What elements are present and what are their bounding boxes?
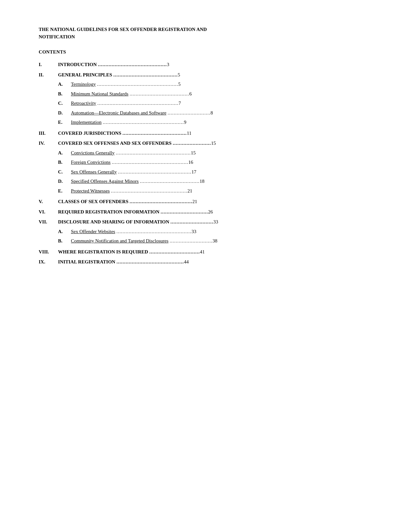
toc-number: III.: [39, 129, 58, 138]
title-line1: THE NATIONAL GUIDELINES FOR SEX OFFENDER…: [39, 27, 207, 32]
toc-sub-table: A.Terminology ..........................…: [58, 80, 372, 127]
toc-main-line: REQUIRED REGISTRATION INFORMATION ......…: [58, 208, 372, 216]
sub-letter: E.: [58, 118, 71, 127]
sub-letter: E.: [58, 186, 71, 196]
title-line2: NOTIFICATION: [39, 34, 75, 39]
sub-label: Implementation .........................…: [71, 118, 372, 127]
sub-letter: D.: [58, 108, 71, 118]
sub-label: Protected Witnesses ....................…: [71, 186, 372, 196]
toc-sub-row: D.Specified Offenses Against Minors ....…: [58, 177, 372, 186]
toc-sub-row: B.Foreign Convictions ..................…: [58, 158, 372, 167]
toc-sub-row: C.Retroactivity ........................…: [58, 99, 372, 108]
toc-row: VI.REQUIRED REGISTRATION INFORMATION ...…: [39, 208, 372, 216]
toc-main-line: COVERED JURISDICTIONS ..................…: [58, 129, 372, 138]
toc-entry: INTRODUCTION ...........................…: [58, 61, 372, 69]
toc-sub-row: A.Sex Offender Websites ................…: [58, 227, 372, 237]
sub-label: Specified Offenses Against Minors ......…: [71, 177, 372, 186]
toc-entry: COVERED JURISDICTIONS ..................…: [58, 129, 372, 138]
sub-letter: A.: [58, 227, 71, 237]
toc-number: VII.: [39, 218, 58, 246]
toc-sub-row: A.Convictions Generally ................…: [58, 148, 372, 158]
toc-row: IV.COVERED SEX OFFENSES AND SEX OFFENDER…: [39, 139, 372, 196]
toc-spacer: [39, 266, 372, 268]
toc-number: IV.: [39, 139, 58, 196]
contents-label: CONTENTS: [39, 49, 372, 55]
toc-sub-row: E.Protected Witnesses ..................…: [58, 186, 372, 196]
toc-entry: REQUIRED REGISTRATION INFORMATION ......…: [58, 208, 372, 216]
toc-number: VIII.: [39, 248, 58, 256]
toc-entry: DISCLOSURE AND SHARING OF INFORMATION ..…: [58, 218, 372, 246]
sub-label: Automation—Electronic Databases and Soft…: [71, 108, 372, 118]
sub-letter: B.: [58, 236, 71, 246]
sub-letter: C.: [58, 167, 71, 177]
toc-sub-row: E.Implementation .......................…: [58, 118, 372, 127]
sub-label: Convictions Generally ..................…: [71, 148, 372, 158]
toc-number: I.: [39, 61, 58, 69]
doc-title: THE NATIONAL GUIDELINES FOR SEX OFFENDER…: [39, 26, 372, 40]
sub-label: Terminology ............................…: [71, 80, 372, 89]
toc-number: V.: [39, 198, 58, 206]
toc-main-line: GENERAL PRINCIPLES .....................…: [58, 71, 372, 79]
sub-label: Community Notification and Targeted Disc…: [71, 236, 372, 246]
toc-row: IX.INITIAL REGISTRATION ................…: [39, 258, 372, 266]
sub-label: Retroactivity ..........................…: [71, 99, 372, 108]
sub-letter: A.: [58, 148, 71, 158]
toc-main-line: WHERE REGISTRATION IS REQUIRED .........…: [58, 248, 372, 256]
toc-entry: CLASSES OF SEX OFFENDERS ...............…: [58, 198, 372, 206]
toc-sub-row: B.Community Notification and Targeted Di…: [58, 236, 372, 246]
toc-entry: WHERE REGISTRATION IS REQUIRED .........…: [58, 248, 372, 256]
toc-main-line: DISCLOSURE AND SHARING OF INFORMATION ..…: [58, 218, 372, 226]
sub-letter: A.: [58, 80, 71, 89]
toc-number: IX.: [39, 258, 58, 266]
toc-sub-table: A.Convictions Generally ................…: [58, 148, 372, 196]
sub-label: Sex Offenses Generally .................…: [71, 167, 372, 177]
toc-row: II.GENERAL PRINCIPLES ..................…: [39, 71, 372, 127]
toc-number: VI.: [39, 208, 58, 216]
sub-letter: B.: [58, 89, 71, 99]
toc-row: V.CLASSES OF SEX OFFENDERS .............…: [39, 198, 372, 206]
sub-letter: C.: [58, 99, 71, 108]
toc-table: I.INTRODUCTION .........................…: [39, 61, 372, 268]
toc-row: VII.DISCLOSURE AND SHARING OF INFORMATIO…: [39, 218, 372, 246]
toc-main-line: CLASSES OF SEX OFFENDERS ...............…: [58, 198, 372, 206]
toc-row: I.INTRODUCTION .........................…: [39, 61, 372, 69]
toc-sub-table: A.Sex Offender Websites ................…: [58, 227, 372, 246]
sub-label: Minimum National Standards .............…: [71, 89, 372, 99]
toc-sub-row: C.Sex Offenses Generally ...............…: [58, 167, 372, 177]
sub-label: Foreign Convictions ....................…: [71, 158, 372, 167]
toc-main-line: INITIAL REGISTRATION ...................…: [58, 258, 372, 266]
toc-main-line: COVERED SEX OFFENSES AND SEX OFFENDERS .…: [58, 139, 372, 148]
sub-letter: B.: [58, 158, 71, 167]
toc-row: VIII.WHERE REGISTRATION IS REQUIRED ....…: [39, 248, 372, 256]
toc-sub-row: B.Minimum National Standards ...........…: [58, 89, 372, 99]
toc-main-line: INTRODUCTION ...........................…: [58, 61, 372, 69]
toc-row: III.COVERED JURISDICTIONS ..............…: [39, 129, 372, 138]
toc-entry: GENERAL PRINCIPLES .....................…: [58, 71, 372, 127]
sub-label: Sex Offender Websites ..................…: [71, 227, 372, 237]
toc-sub-row: A.Terminology ..........................…: [58, 80, 372, 89]
toc-sub-row: D.Automation—Electronic Databases and So…: [58, 108, 372, 118]
toc-entry: INITIAL REGISTRATION ...................…: [58, 258, 372, 266]
toc-entry: COVERED SEX OFFENSES AND SEX OFFENDERS .…: [58, 139, 372, 196]
sub-letter: D.: [58, 177, 71, 186]
toc-number: II.: [39, 71, 58, 127]
